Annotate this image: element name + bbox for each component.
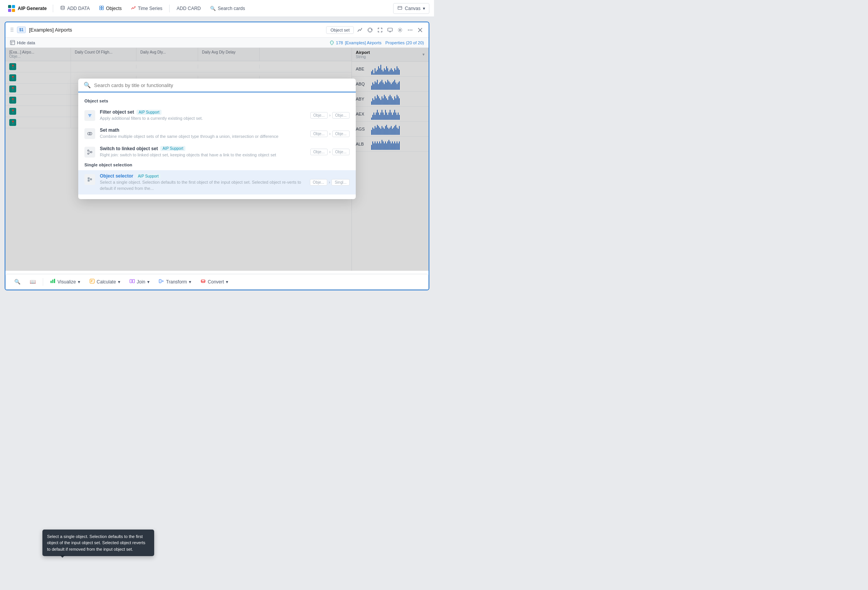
properties-link[interactable]: Properties (20 of 20): [385, 40, 424, 45]
nav-search-cards-label: Search cards: [218, 6, 245, 11]
tb-transform-chevron: ▾: [189, 279, 191, 285]
svg-rect-50: [130, 280, 132, 283]
svg-text:#: #: [91, 280, 93, 283]
close-btn[interactable]: [416, 26, 424, 34]
chart-line-btn[interactable]: [356, 26, 364, 34]
svg-rect-52: [159, 280, 161, 283]
svg-line-41: [89, 153, 91, 153]
card-item-switch-to-linked[interactable]: Switch to linked object setAIP SupportRi…: [78, 143, 356, 161]
search-overlay[interactable]: 🔍 Object setsFilter object setAIP Suppor…: [5, 48, 429, 271]
nav-objects[interactable]: Objects: [95, 3, 126, 13]
svg-point-4: [61, 6, 64, 7]
crosshair-btn[interactable]: [366, 26, 374, 34]
widget-title: [Examples] Airports: [29, 27, 72, 33]
nav-add-data-label: ADD DATA: [67, 6, 90, 11]
card-icon-set-math: [84, 128, 95, 139]
nav-search-cards[interactable]: 🔍 Search cards: [206, 4, 249, 13]
svg-point-22: [408, 29, 409, 30]
card-content-set-math: Set mathCombine multiple object sets of …: [100, 127, 306, 139]
svg-rect-18: [388, 28, 392, 31]
drag-handle[interactable]: ⠿: [10, 27, 14, 33]
monitor-icon: [387, 27, 393, 33]
nav-time-series[interactable]: Time Series: [127, 3, 167, 13]
svg-rect-43: [88, 180, 90, 182]
more-icon: [407, 27, 413, 33]
nav-divider-1: [53, 5, 53, 12]
canvas-label: Canvas: [405, 6, 421, 11]
card-icon-switch-to-linked: [84, 147, 95, 158]
nav-time-series-label: Time Series: [138, 6, 163, 11]
tb-convert-btn[interactable]: Convert ▾: [197, 277, 232, 287]
main-area: ⠿ $1 [Examples] Airports Object set: [0, 17, 434, 295]
card-item-object-selector[interactable]: Object selectorAIP SupportSelect a singl…: [78, 170, 356, 194]
canvas-chevron-icon: ▾: [423, 6, 425, 11]
svg-point-24: [411, 29, 412, 30]
expand-btn[interactable]: [376, 26, 384, 34]
tb-visualize-btn[interactable]: Visualize ▾: [46, 277, 84, 287]
gear-btn[interactable]: [396, 26, 404, 34]
aip-badge-switch-to-linked: AIP Support: [160, 146, 186, 151]
card-content-object-selector: Object selectorAIP SupportSelect a singl…: [100, 173, 305, 191]
svg-point-21: [399, 29, 401, 30]
svg-rect-3: [12, 9, 15, 12]
svg-rect-9: [398, 6, 402, 9]
card-desc-set-math: Combine multiple object sets of the same…: [100, 134, 306, 139]
logo-label: AIP Generate: [18, 6, 47, 11]
object-set-btn[interactable]: Object set: [326, 26, 354, 34]
airports-name: [Examples] Airports: [345, 40, 382, 45]
logo-btn[interactable]: AIP Generate: [5, 5, 50, 12]
card-title-filter-object-set: Filter object set: [100, 109, 134, 115]
tb-join-label: Join: [137, 279, 145, 285]
tag-pill: Obje...: [332, 149, 350, 155]
tb-divider-1: [43, 278, 43, 286]
tag-arrow: ›: [329, 150, 330, 154]
section-label: Object sets: [78, 97, 356, 106]
widget-header-actions: Object set: [326, 26, 424, 34]
canvas-btn[interactable]: Canvas ▾: [393, 3, 429, 14]
card-item-set-math[interactable]: Set mathCombine multiple object sets of …: [78, 124, 356, 142]
search-icon: 🔍: [84, 82, 91, 89]
svg-rect-44: [90, 178, 92, 180]
hide-data-btn[interactable]: Hide data: [10, 40, 35, 45]
svg-rect-2: [8, 9, 11, 12]
tb-search-icon: 🔍: [14, 279, 20, 285]
nav-objects-label: Objects: [106, 6, 122, 11]
svg-rect-0: [8, 5, 11, 8]
tag-arrow: ›: [329, 113, 330, 117]
more-btn[interactable]: [406, 26, 414, 34]
tb-book-btn[interactable]: 📖: [26, 277, 40, 287]
tb-join-chevron: ▾: [147, 279, 150, 285]
tb-join-btn[interactable]: Join ▾: [126, 277, 153, 287]
chart-line-icon: [357, 27, 363, 33]
nav-add-data[interactable]: ADD DATA: [56, 3, 94, 13]
card-desc-filter-object-set: Apply additional filters to a currently …: [100, 116, 306, 121]
monitor-btn[interactable]: [386, 26, 394, 34]
tb-calculate-label: Calculate: [97, 279, 116, 285]
airports-badge: 178 [Examples] Airports: [330, 40, 382, 45]
tb-convert-label: Convert: [208, 279, 224, 285]
search-results: Object setsFilter object setAIP SupportA…: [78, 92, 356, 199]
tb-join-icon: [130, 278, 135, 285]
tb-search-btn[interactable]: 🔍: [10, 277, 24, 287]
tb-transform-btn[interactable]: Transform ▾: [155, 277, 195, 287]
card-item-filter-object-set[interactable]: Filter object setAIP SupportApply additi…: [78, 106, 356, 124]
widget-card: ⠿ $1 [Examples] Airports Object set: [5, 22, 429, 290]
tb-calculate-btn[interactable]: # Calculate ▾: [86, 277, 124, 287]
aip-badge-filter-object-set: AIP Support: [136, 110, 162, 115]
card-tags-set-math: Obje...›Obje...: [310, 131, 350, 137]
tag-pill: Singl...: [331, 179, 350, 186]
objects-icon: [99, 5, 104, 12]
svg-rect-5: [100, 6, 102, 8]
card-tags-switch-to-linked: Obje...›Obje...: [310, 149, 350, 155]
svg-rect-7: [100, 8, 102, 10]
database-icon: [60, 5, 65, 12]
tb-visualize-icon: [50, 278, 56, 285]
gear-icon: [397, 27, 403, 33]
card-tags-object-selector: Obje...›Singl...: [310, 179, 350, 186]
aip-logo-icon: [8, 5, 15, 12]
nav-add-card[interactable]: ADD CARD: [173, 4, 205, 13]
tb-transform-label: Transform: [166, 279, 187, 285]
search-input[interactable]: [94, 82, 350, 88]
data-bar: Hide data 178 [Examples] Airports Proper…: [5, 38, 429, 48]
top-nav: AIP Generate ADD DATA Objects Time Serie…: [0, 0, 434, 17]
